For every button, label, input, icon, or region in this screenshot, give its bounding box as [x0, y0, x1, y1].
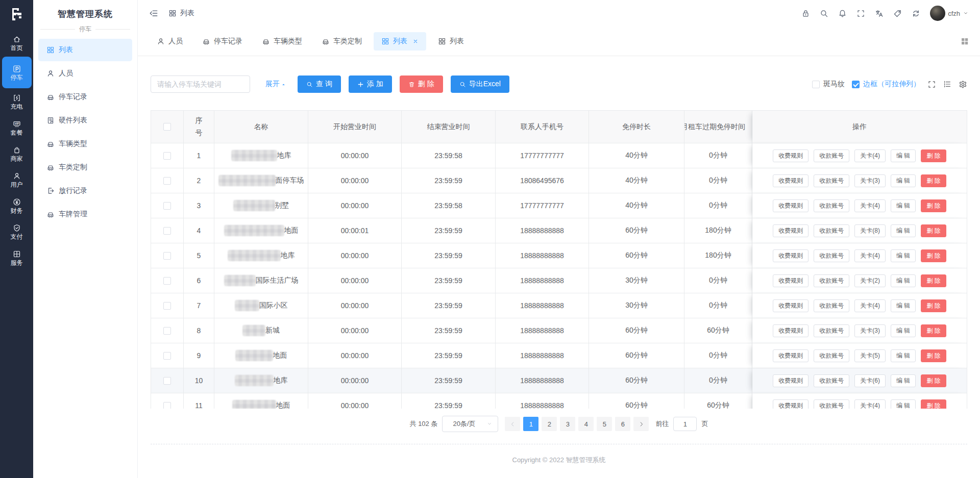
fee-rule-button[interactable]: 收费规则 [773, 399, 808, 409]
delete-row-button[interactable]: 删 除 [921, 349, 946, 362]
gate-button[interactable]: 关卡(5) [854, 349, 886, 362]
zebra-checkbox-box[interactable] [812, 81, 820, 88]
page-button-3[interactable]: 3 [560, 417, 575, 431]
delete-button[interactable]: 删 除 [400, 76, 443, 93]
gate-button[interactable]: 关卡(4) [854, 199, 886, 212]
payee-account-button[interactable]: 收款账号 [814, 199, 849, 212]
fee-rule-button[interactable]: 收费规则 [773, 299, 808, 312]
payee-account-button[interactable]: 收款账号 [814, 149, 849, 162]
edit-button[interactable]: 编 辑 [891, 274, 916, 287]
delete-row-button[interactable]: 删 除 [921, 374, 946, 387]
tag-icon[interactable] [893, 9, 902, 18]
page-button-1[interactable]: 1 [523, 417, 538, 431]
search-input[interactable] [151, 76, 250, 93]
table-row[interactable]: 8 新城 00:00:00 23:59:59 18888888888 60分钟 … [151, 318, 967, 343]
secondary-item-car-7[interactable]: 车牌管理 [38, 203, 132, 225]
tab-1[interactable]: 停车记录 [194, 32, 250, 51]
gate-button[interactable]: 关卡(8) [854, 224, 886, 237]
gate-button[interactable]: 关卡(6) [854, 374, 886, 387]
primary-item-parking[interactable]: 停车 [2, 57, 32, 88]
fullscreen-icon[interactable] [856, 9, 865, 18]
delete-row-button[interactable]: 删 除 [921, 224, 946, 237]
avatar[interactable] [930, 6, 945, 21]
tab-options-icon[interactable] [961, 37, 969, 45]
delete-row-button[interactable]: 删 除 [921, 399, 946, 409]
fee-rule-button[interactable]: 收费规则 [773, 274, 808, 287]
tab-4[interactable]: 列表 [374, 32, 426, 51]
table-fullscreen-icon[interactable] [927, 80, 936, 89]
refresh-icon[interactable] [912, 9, 920, 18]
row-checkbox[interactable] [163, 252, 171, 260]
gate-button[interactable]: 关卡(4) [854, 149, 886, 162]
edit-button[interactable]: 编 辑 [891, 249, 916, 262]
primary-item-pay[interactable]: 支付 [2, 219, 32, 244]
row-checkbox[interactable] [163, 277, 171, 285]
translate-icon[interactable] [875, 9, 884, 18]
query-button[interactable]: 查 询 [298, 76, 341, 93]
edit-button[interactable]: 编 辑 [891, 324, 916, 337]
border-checkbox[interactable]: 边框（可拉伸列） [852, 80, 920, 89]
payee-account-button[interactable]: 收款账号 [814, 399, 849, 409]
delete-row-button[interactable]: 删 除 [921, 249, 946, 262]
row-checkbox[interactable] [163, 302, 171, 310]
fee-rule-button[interactable]: 收费规则 [773, 349, 808, 362]
secondary-item-car-4[interactable]: 车辆类型 [38, 133, 132, 155]
primary-item-finance[interactable]: 财务 [2, 193, 32, 218]
user-menu[interactable]: cfzh [930, 6, 969, 21]
gate-button[interactable]: 关卡(2) [854, 274, 886, 287]
tab-5[interactable]: 列表 [430, 32, 472, 51]
row-checkbox[interactable] [163, 402, 171, 409]
table-row[interactable]: 10 地库 00:00:00 23:59:59 18888888888 60分钟… [151, 368, 967, 393]
expand-link[interactable]: 展开 [265, 80, 286, 89]
primary-item-charge[interactable]: 充电 [2, 89, 32, 114]
export-excel-button[interactable]: 导出Excel [451, 76, 509, 93]
row-checkbox[interactable] [163, 177, 171, 185]
page-button-5[interactable]: 5 [597, 417, 612, 431]
delete-row-button[interactable]: 删 除 [921, 149, 946, 162]
secondary-item-exit-6[interactable]: 放行记录 [38, 180, 132, 202]
secondary-item-person-1[interactable]: 人员 [38, 62, 132, 85]
secondary-item-car-5[interactable]: 车类定制 [38, 156, 132, 179]
edit-button[interactable]: 编 辑 [891, 149, 916, 162]
gate-button[interactable]: 关卡(4) [854, 299, 886, 312]
search-icon[interactable] [820, 9, 828, 18]
tab-0[interactable]: 人员 [149, 32, 190, 51]
collapse-sidebar-icon[interactable] [149, 9, 158, 18]
gate-button[interactable]: 关卡(4) [854, 249, 886, 262]
table-row[interactable]: 6 国际生活广场 00:00:00 23:59:59 18888888888 3… [151, 268, 967, 293]
zebra-checkbox[interactable]: 斑马纹 [812, 80, 845, 89]
prev-page-button[interactable] [505, 417, 520, 431]
fee-rule-button[interactable]: 收费规则 [773, 174, 808, 187]
page-button-2[interactable]: 2 [542, 417, 557, 431]
row-checkbox[interactable] [163, 202, 171, 210]
tab-2[interactable]: 车辆类型 [254, 32, 310, 51]
table-row[interactable]: 7 国际小区 00:00:00 23:59:59 18888888888 30分… [151, 293, 967, 318]
add-button[interactable]: 添 加 [349, 76, 392, 93]
payee-account-button[interactable]: 收款账号 [814, 324, 849, 337]
edit-button[interactable]: 编 辑 [891, 374, 916, 387]
column-settings-icon[interactable] [943, 80, 951, 88]
primary-item-vip[interactable]: VIP 套餐 [2, 115, 32, 140]
select-all-checkbox[interactable] [163, 123, 171, 131]
table-row[interactable]: 5 地库 00:00:00 23:59:59 18888888888 60分钟 … [151, 243, 967, 268]
secondary-item-device-3[interactable]: 硬件列表 [38, 109, 132, 132]
edit-button[interactable]: 编 辑 [891, 399, 916, 409]
payee-account-button[interactable]: 收款账号 [814, 349, 849, 362]
row-checkbox[interactable] [163, 227, 171, 235]
payee-account-button[interactable]: 收款账号 [814, 374, 849, 387]
secondary-item-grid-0[interactable]: 列表 [38, 39, 132, 61]
table-row[interactable]: 4 地面 00:00:01 23:59:59 18888888888 60分钟 … [151, 218, 967, 243]
fee-rule-button[interactable]: 收费规则 [773, 199, 808, 212]
secondary-item-car-2[interactable]: 停车记录 [38, 86, 132, 108]
primary-item-home[interactable]: 首页 [2, 31, 32, 56]
gate-button[interactable]: 关卡(3) [854, 324, 886, 337]
delete-row-button[interactable]: 删 除 [921, 324, 946, 337]
row-checkbox[interactable] [163, 377, 171, 385]
payee-account-button[interactable]: 收款账号 [814, 299, 849, 312]
fee-rule-button[interactable]: 收费规则 [773, 249, 808, 262]
payee-account-button[interactable]: 收款账号 [814, 249, 849, 262]
row-checkbox[interactable] [163, 327, 171, 335]
lock-icon[interactable] [801, 9, 810, 18]
delete-row-button[interactable]: 删 除 [921, 174, 946, 187]
edit-button[interactable]: 编 辑 [891, 224, 916, 237]
